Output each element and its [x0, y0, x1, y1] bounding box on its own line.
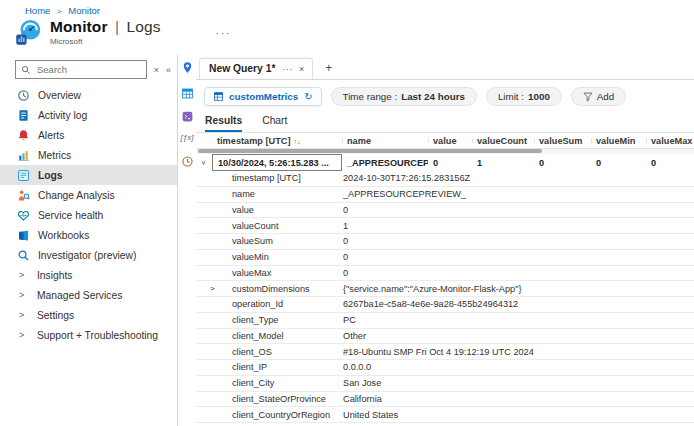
detail-key: name [232, 189, 343, 199]
detail-value: 2024-10-30T17:26:15.283156Z [343, 173, 694, 183]
horizontal-scrollbar[interactable] [196, 149, 694, 154]
sort-icon[interactable]: ↑↓ [294, 138, 301, 145]
column-header-valuesum[interactable]: valueSum [534, 136, 591, 146]
tab-chart[interactable]: Chart [262, 115, 287, 132]
detail-row[interactable]: client_StateOrProvince California [196, 392, 694, 408]
table-selector-chip[interactable]: customMetrics ↻ [204, 87, 322, 106]
detail-row[interactable]: valueSum 0 [196, 234, 694, 250]
breadcrumb-home-link[interactable]: Home [25, 5, 50, 16]
sidebar-group-insights[interactable]: > Insights [0, 265, 177, 285]
scrollbar-thumb[interactable] [198, 149, 542, 153]
sidebar-item-overview[interactable]: Overview [0, 85, 177, 105]
detail-row[interactable]: valueCount 1 [196, 218, 694, 234]
detail-key: operation_Id [232, 299, 343, 309]
detail-row[interactable]: client_Type PC [196, 313, 694, 329]
sidebar-group-managed-services[interactable]: > Managed Services [0, 285, 177, 305]
result-cell-valuemax[interactable]: 0 [646, 158, 694, 168]
detail-row[interactable]: timestamp [UTC] 2024-10-30T17:26:15.2831… [196, 171, 694, 187]
tab-results[interactable]: Results [205, 115, 242, 132]
expand-chevron-icon[interactable]: > [210, 284, 232, 293]
filter-funnel-icon [583, 92, 593, 102]
new-tab-button[interactable]: + [325, 61, 332, 75]
tab-more-icon[interactable]: ··· [282, 64, 293, 74]
column-header-name[interactable]: name [342, 136, 428, 146]
breadcrumb: Home > Monitor [0, 0, 694, 16]
detail-key: customDimensions [232, 284, 343, 294]
scope-pin-icon[interactable] [181, 61, 194, 74]
limit-pill[interactable]: Limit : 1000 [486, 87, 562, 106]
detail-row[interactable]: valueMax 0 [196, 266, 694, 282]
sidebar-item-change-analysis[interactable]: Change Analysis [0, 185, 177, 205]
refresh-icon[interactable]: ↻ [304, 91, 312, 102]
title-bar: Monitor | Logs Microsoft ··· [0, 18, 694, 48]
detail-key: valueMin [232, 252, 343, 262]
detail-key: valueMax [232, 268, 343, 278]
detail-row[interactable]: name _APPRESOURCEPREVIEW_ [196, 187, 694, 203]
breadcrumb-monitor-link[interactable]: Monitor [68, 5, 100, 16]
detail-row[interactable]: client_Model Other [196, 329, 694, 345]
detail-row[interactable]: client_IP 0.0.0.0 [196, 360, 694, 376]
header-more-button[interactable]: ··· [216, 27, 232, 39]
queries-panel-icon[interactable] [181, 110, 194, 123]
detail-row[interactable]: valueMin 0 [196, 250, 694, 266]
detail-value: 0 [343, 236, 694, 246]
detail-row[interactable]: > customDimensions {"service.name":"Azur… [196, 281, 694, 297]
detail-row[interactable]: client_CountryOrRegion United States [196, 407, 694, 423]
detail-key: client_City [232, 378, 343, 388]
tab-close-icon[interactable]: × [299, 64, 304, 74]
column-header-value[interactable]: value [428, 136, 472, 146]
sidebar-item-activity-log[interactable]: Activity log [0, 105, 177, 125]
sidebar-search-box[interactable] [15, 60, 147, 79]
page-title: Monitor [50, 18, 108, 35]
add-filter-pill[interactable]: Add [571, 87, 626, 106]
functions-panel-icon[interactable]: [ƒx] [181, 133, 194, 146]
detail-value: #18-Ubuntu SMP Fri Oct 4 19:12:19 UTC 20… [343, 347, 694, 357]
sidebar-item-label: Investigator (preview) [38, 250, 136, 261]
add-filter-label: Add [597, 91, 614, 102]
sidebar-search-input[interactable] [35, 63, 141, 76]
result-view-tabs: Results Chart [196, 115, 694, 132]
change-analysis-icon [17, 189, 30, 202]
sidebar-item-service-health[interactable]: Service health [0, 205, 177, 225]
detail-row[interactable]: client_City San Jose [196, 376, 694, 392]
result-row[interactable]: > 10/30/2024, 5:26:15.283 ... _APPRESOUR… [196, 154, 694, 171]
query-tab-label: New Query 1* [209, 63, 275, 74]
sidebar-item-workbooks[interactable]: Workbooks [0, 225, 177, 245]
sidebar-item-investigator[interactable]: Investigator (preview) [0, 245, 177, 265]
detail-value: San Jose [343, 378, 694, 388]
activity-log-icon [17, 109, 30, 122]
sidebar-search-row: × « [15, 60, 171, 79]
sidebar-collapse-icon[interactable]: « [166, 65, 171, 75]
row-expand-chevron-icon[interactable]: > [196, 158, 212, 167]
sidebar-item-metrics[interactable]: Metrics [0, 145, 177, 165]
detail-row[interactable]: client_OS #18-Ubuntu SMP Fri Oct 4 19:12… [196, 344, 694, 360]
result-cell-valuesum[interactable]: 0 [534, 158, 591, 168]
detail-row[interactable]: value 0 [196, 203, 694, 219]
sidebar-item-label: Service health [38, 210, 103, 221]
query-history-icon[interactable] [181, 155, 194, 168]
table-name: customMetrics [229, 91, 298, 102]
query-tab[interactable]: New Query 1* ··· × [199, 58, 313, 79]
sidebar-group-settings[interactable]: > Settings [0, 305, 177, 325]
result-cell-valuemin[interactable]: 0 [591, 158, 646, 168]
sidebar-group-support-troubleshooting[interactable]: > Support + Troubleshooting [0, 325, 177, 345]
sidebar-item-logs[interactable]: Logs [0, 165, 177, 185]
result-cell-value[interactable]: 0 [428, 158, 472, 168]
sidebar-item-alerts[interactable]: Alerts [0, 125, 177, 145]
result-cell-name[interactable]: _APPRESOURCEPREVIE... [342, 158, 428, 168]
tables-panel-icon[interactable] [181, 87, 194, 100]
workbooks-icon [17, 229, 30, 242]
sidebar-item-label: Workbooks [38, 230, 89, 241]
chevron-right-icon: > [19, 290, 30, 300]
detail-row[interactable]: operation_Id 6267ba1e-c5a8-4e6e-9a28-455… [196, 297, 694, 313]
column-header-valuecount[interactable]: valueCount [472, 136, 534, 146]
result-cell-valuecount[interactable]: 1 [472, 158, 534, 168]
time-range-pill[interactable]: Time range : Last 24 hours [331, 87, 477, 106]
search-clear-icon[interactable]: × [154, 65, 159, 75]
column-header-valuemax[interactable]: valueMax [646, 136, 694, 146]
column-header-valuemin[interactable]: valueMin [591, 136, 646, 146]
column-header-timestamp[interactable]: timestamp [UTC]↑↓ [212, 136, 342, 146]
page-section: Logs [127, 18, 161, 35]
chevron-right-icon: > [19, 310, 30, 320]
result-cell-timestamp[interactable]: 10/30/2024, 5:26:15.283 ... [212, 154, 342, 171]
